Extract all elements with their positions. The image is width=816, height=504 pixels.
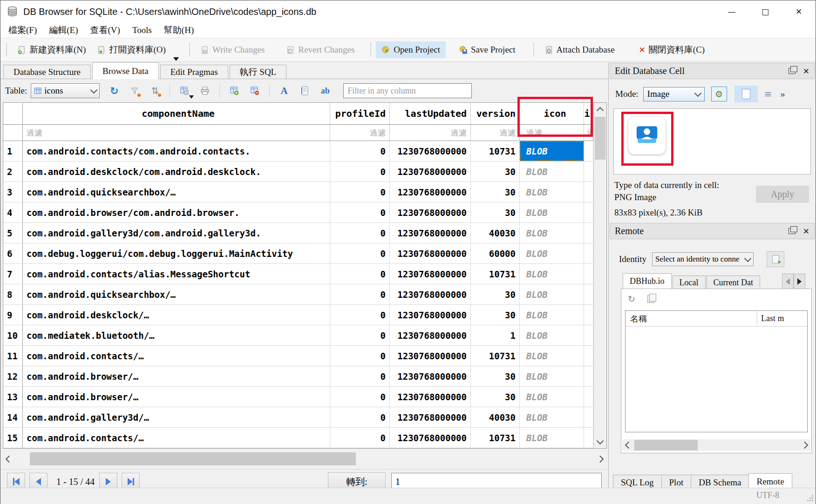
save-table-view-button[interactable] (178, 84, 190, 98)
grid-cell[interactable]: com.android.browser/… (23, 387, 330, 407)
close-database-button[interactable]: ✕ 關閉資料庫(C) (633, 40, 711, 59)
grid-cell[interactable]: com.android.deskclock/… (23, 305, 330, 325)
grid-cell[interactable]: 14 (3, 407, 23, 427)
toolbar-overflow-button[interactable]: » (780, 89, 785, 100)
delete-record-button[interactable] (249, 84, 261, 98)
grid-cell[interactable]: 1230768000000 (390, 243, 471, 263)
grid-cell[interactable] (584, 202, 593, 222)
grid-cell[interactable]: 9 (3, 305, 23, 325)
identity-select[interactable]: Select an identity to conne (652, 252, 754, 266)
grid-cell[interactable]: com.android.contacts/… (23, 428, 330, 448)
grid-cell[interactable]: com.android.quicksearchbox/… (23, 182, 330, 202)
grid-cell[interactable]: 1230768000000 (390, 141, 471, 161)
grid-cell[interactable]: 40030 (471, 223, 520, 243)
float-panel-icon[interactable] (789, 228, 796, 234)
grid-cell[interactable]: 1230768000000 (390, 182, 471, 202)
table-row[interactable]: 11com.android.contacts/…0123076800000010… (3, 346, 593, 366)
grid-cell[interactable]: 4 (3, 202, 23, 222)
grid-cell[interactable]: 30 (471, 202, 520, 222)
grid-cell[interactable]: 15 (3, 428, 23, 448)
grid-cell[interactable] (584, 243, 593, 263)
grid-cell[interactable]: 3 (3, 182, 23, 202)
grid-cell[interactable]: 30 (471, 305, 520, 325)
grid-cell[interactable]: 0 (330, 387, 390, 407)
grid-cell[interactable]: 1230768000000 (390, 387, 471, 407)
grid-cell[interactable]: 0 (330, 428, 390, 448)
menu-view[interactable]: 查看(V) (84, 24, 126, 36)
grid-cell[interactable]: BLOB (520, 141, 584, 161)
grid-cell[interactable]: 1230768000000 (390, 284, 471, 304)
grid-cell[interactable]: 30 (471, 182, 520, 202)
minimize-button[interactable]: — (715, 0, 748, 23)
col-header-componentName[interactable]: componentName (23, 103, 330, 124)
scroll-left-button[interactable] (3, 452, 15, 465)
table-row[interactable]: 13com.android.browser/…0123076800000030B… (3, 387, 593, 407)
grid-cell[interactable]: BLOB (520, 202, 584, 222)
grid-cell[interactable]: com.android.browser/com.android.browser. (23, 202, 330, 222)
grid-cell[interactable]: 1230768000000 (390, 346, 471, 366)
grid-cell[interactable]: 30 (471, 366, 520, 386)
import-data-button[interactable]: ⚙ (711, 87, 727, 101)
grid-cell[interactable]: BLOB (520, 161, 584, 181)
table-row[interactable]: 14com.android.gallery3d/…012307680000004… (3, 407, 593, 428)
open-project-button[interactable]: Open Project (376, 41, 446, 58)
menu-help[interactable]: 幫助(H) (158, 24, 200, 36)
grid-cell[interactable]: 5 (3, 223, 23, 243)
revert-changes-button[interactable]: Revert Changes (280, 41, 360, 58)
grid-cell[interactable]: BLOB (520, 223, 584, 243)
grid-cell[interactable]: com.android.contacts/… (23, 346, 330, 366)
col-header-version[interactable]: version (471, 103, 520, 124)
col-header-icon[interactable]: icon (520, 103, 584, 124)
grid-vertical-scrollbar[interactable] (593, 103, 606, 448)
grid-horizontal-scrollbar[interactable] (3, 452, 606, 465)
table-row[interactable]: 9com.android.deskclock/…0123076800000030… (3, 305, 593, 325)
grid-cell[interactable]: 2 (3, 161, 23, 181)
grid-cell[interactable]: BLOB (520, 366, 584, 386)
tab-scroll-right-button[interactable] (794, 274, 805, 289)
close-panel-icon[interactable]: ✕ (803, 227, 809, 236)
grid-cell[interactable]: 10731 (471, 428, 520, 448)
grid-cell[interactable]: 10731 (471, 264, 520, 284)
grid-cell[interactable] (584, 387, 593, 407)
remote-list-scrollbar[interactable] (622, 439, 810, 451)
tab-database-structure[interactable]: Database Structure (3, 65, 91, 79)
grid-cell[interactable]: com.android.quicksearchbox/… (23, 284, 330, 304)
grid-cell[interactable]: BLOB (520, 387, 584, 407)
grid-cell[interactable]: 10731 (471, 346, 520, 366)
grid-cell[interactable]: 1230768000000 (390, 305, 471, 325)
apply-button[interactable]: Apply (756, 186, 809, 203)
grid-cell[interactable]: 7 (3, 264, 23, 284)
grid-cell[interactable]: com.android.contacts/alias.MessageShortc… (23, 264, 330, 284)
new-database-button[interactable]: 新建資料庫(N) (12, 40, 91, 59)
scroll-left-button[interactable] (622, 439, 634, 451)
grid-cell[interactable] (584, 346, 593, 366)
grid-cell[interactable]: 40030 (471, 407, 520, 427)
scroll-right-button[interactable] (594, 452, 606, 465)
col-header-partial[interactable]: ic (584, 103, 593, 124)
grid-cell[interactable]: BLOB (520, 428, 584, 448)
tab-execute-sql[interactable]: 執行 SQL (230, 65, 287, 79)
grid-cell[interactable] (584, 161, 593, 181)
col-header-lastUpdated[interactable]: lastUpdated (390, 103, 471, 124)
grid-cell[interactable]: com.android.browser/… (23, 366, 330, 386)
tab-edit-pragmas[interactable]: Edit Pragmas (160, 65, 228, 79)
filter-any-column-input[interactable] (343, 83, 472, 98)
grid-cell[interactable]: 60000 (471, 243, 520, 263)
grid-cell[interactable] (584, 141, 593, 161)
grid-cell[interactable]: 13 (3, 387, 23, 407)
menu-tools[interactable]: Tools (126, 25, 158, 35)
grid-cell[interactable]: com.mediatek.bluetooth/… (23, 325, 330, 345)
clone-remote-button[interactable] (647, 295, 654, 303)
sort-button[interactable]: ⇅ (149, 84, 161, 98)
grid-cell[interactable]: com.debug.loggerui/com.debug.loggerui.Ma… (23, 243, 330, 263)
grid-cell[interactable]: 1230768000000 (390, 223, 471, 243)
text-view-toggle-button[interactable] (734, 86, 758, 102)
remote-list-col-name[interactable]: 名稱 (626, 311, 757, 326)
table-row[interactable]: 1com.android.contacts/com.android.contac… (3, 141, 593, 161)
table-row[interactable]: 7com.android.contacts/alias.MessageShort… (3, 264, 593, 284)
grid-cell[interactable]: BLOB (520, 325, 584, 345)
grid-cell[interactable]: 30 (471, 161, 520, 181)
maximize-button[interactable]: □ (748, 0, 782, 23)
grid-cell[interactable]: 1 (471, 325, 520, 345)
remote-list-col-lastmodified[interactable]: Last m (757, 311, 807, 326)
